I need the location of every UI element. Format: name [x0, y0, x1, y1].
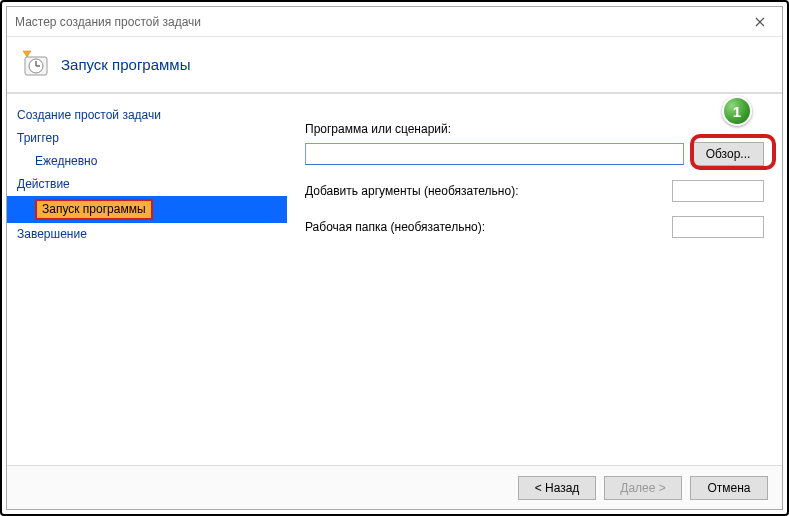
cancel-button[interactable]: Отмена [690, 476, 768, 500]
program-input[interactable] [305, 143, 684, 165]
arguments-label: Добавить аргументы (необязательно): [305, 184, 672, 198]
wizard-window: Мастер создания простой задачи Запуск пр… [6, 6, 783, 510]
browse-button[interactable]: Обзор... [692, 142, 764, 166]
next-button[interactable]: Далее > [604, 476, 682, 500]
wizard-step-label: Запуск программы [35, 199, 153, 220]
startin-input[interactable] [672, 216, 764, 238]
wizard-header: Запуск программы [7, 37, 782, 93]
wizard-step-1[interactable]: Триггер [7, 127, 287, 150]
task-icon [19, 49, 51, 81]
close-icon [755, 17, 765, 27]
wizard-step-4[interactable]: Запуск программы [7, 196, 287, 223]
wizard-step-2[interactable]: Ежедневно [7, 150, 287, 173]
window-title: Мастер создания простой задачи [15, 15, 201, 29]
program-label: Программа или сценарий: [305, 122, 764, 136]
startin-label: Рабочая папка (необязательно): [305, 220, 672, 234]
arguments-input[interactable] [672, 180, 764, 202]
wizard-steps-sidebar: Создание простой задачиТриггерЕжедневноД… [7, 94, 287, 465]
wizard-step-5[interactable]: Завершение [7, 223, 287, 246]
wizard-step-3[interactable]: Действие [7, 173, 287, 196]
wizard-footer: < Назад Далее > Отмена [7, 465, 782, 509]
back-button[interactable]: < Назад [518, 476, 596, 500]
wizard-step-0[interactable]: Создание простой задачи [7, 104, 287, 127]
titlebar: Мастер создания простой задачи [7, 7, 782, 37]
svg-marker-2 [23, 51, 31, 57]
wizard-content: Программа или сценарий: Обзор... Добавит… [287, 94, 782, 465]
page-title: Запуск программы [61, 56, 190, 73]
close-button[interactable] [737, 7, 782, 36]
